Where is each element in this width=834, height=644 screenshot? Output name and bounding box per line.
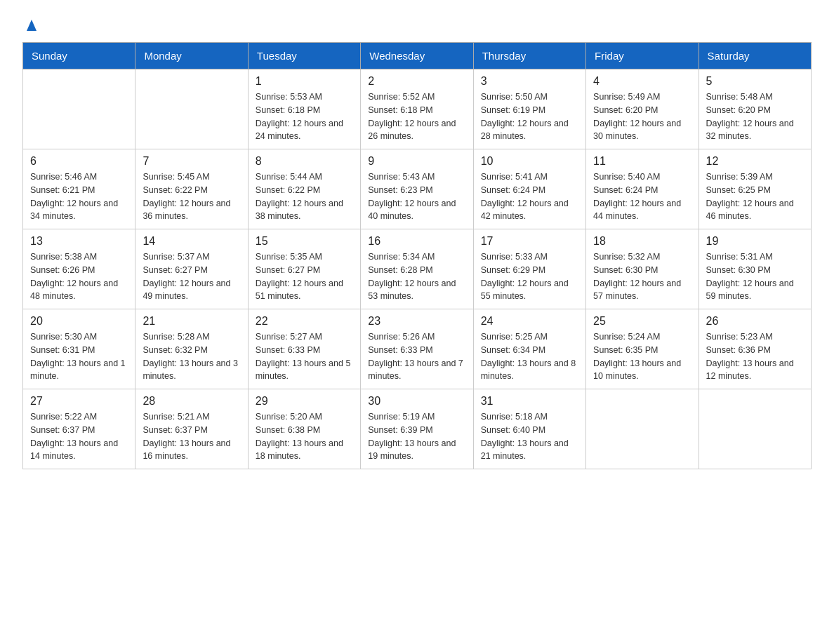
day-number: 14 [143,235,240,248]
day-info: Sunrise: 5:22 AMSunset: 6:37 PMDaylight:… [30,410,128,463]
day-number: 16 [368,235,465,248]
calendar-cell: 8Sunrise: 5:44 AMSunset: 6:22 PMDaylight… [248,149,360,229]
day-info: Sunrise: 5:35 AMSunset: 6:27 PMDaylight:… [256,250,353,303]
day-info: Sunrise: 5:33 AMSunset: 6:29 PMDaylight:… [481,250,578,303]
day-number: 29 [256,395,353,408]
day-info: Sunrise: 5:46 AMSunset: 6:21 PMDaylight:… [30,170,128,223]
calendar-cell [699,389,811,469]
calendar-cell: 29Sunrise: 5:20 AMSunset: 6:38 PMDayligh… [248,389,360,469]
day-info: Sunrise: 5:32 AMSunset: 6:30 PMDaylight:… [593,250,691,303]
day-info: Sunrise: 5:39 AMSunset: 6:25 PMDaylight:… [706,170,804,223]
col-sunday: Sunday [23,43,135,69]
day-info: Sunrise: 5:53 AMSunset: 6:18 PMDaylight:… [256,90,353,143]
day-info: Sunrise: 5:41 AMSunset: 6:24 PMDaylight:… [481,170,578,223]
calendar-cell: 7Sunrise: 5:45 AMSunset: 6:22 PMDaylight… [135,149,248,229]
col-monday: Monday [135,43,248,69]
day-info: Sunrise: 5:20 AMSunset: 6:38 PMDaylight:… [256,410,353,463]
day-number: 20 [30,315,128,328]
calendar-cell: 11Sunrise: 5:40 AMSunset: 6:24 PMDayligh… [586,149,699,229]
calendar-cell: 22Sunrise: 5:27 AMSunset: 6:33 PMDayligh… [248,309,360,389]
day-info: Sunrise: 5:50 AMSunset: 6:19 PMDaylight:… [481,90,578,143]
day-info: Sunrise: 5:48 AMSunset: 6:20 PMDaylight:… [706,90,804,143]
day-info: Sunrise: 5:40 AMSunset: 6:24 PMDaylight:… [593,170,691,223]
calendar-cell: 30Sunrise: 5:19 AMSunset: 6:39 PMDayligh… [361,389,473,469]
calendar-cell: 2Sunrise: 5:52 AMSunset: 6:18 PMDaylight… [361,69,473,149]
day-number: 27 [30,395,128,408]
calendar-cell [586,389,699,469]
calendar-cell: 12Sunrise: 5:39 AMSunset: 6:25 PMDayligh… [699,149,811,229]
calendar-cell: 26Sunrise: 5:23 AMSunset: 6:36 PMDayligh… [699,309,811,389]
day-number: 8 [256,155,353,168]
col-friday: Friday [586,43,699,69]
day-number: 9 [368,155,465,168]
day-info: Sunrise: 5:31 AMSunset: 6:30 PMDaylight:… [706,250,804,303]
calendar-cell: 3Sunrise: 5:50 AMSunset: 6:19 PMDaylight… [473,69,585,149]
calendar-cell [23,69,135,149]
day-number: 26 [706,315,804,328]
calendar-cell: 17Sunrise: 5:33 AMSunset: 6:29 PMDayligh… [473,229,585,309]
calendar-cell: 16Sunrise: 5:34 AMSunset: 6:28 PMDayligh… [361,229,473,309]
col-saturday: Saturday [699,43,811,69]
day-number: 25 [593,315,691,328]
day-number: 11 [593,155,691,168]
calendar-cell: 1Sunrise: 5:53 AMSunset: 6:18 PMDaylight… [248,69,360,149]
calendar-cell: 5Sunrise: 5:48 AMSunset: 6:20 PMDaylight… [699,69,811,149]
day-info: Sunrise: 5:30 AMSunset: 6:31 PMDaylight:… [30,330,128,383]
day-info: Sunrise: 5:27 AMSunset: 6:33 PMDaylight:… [256,330,353,383]
day-info: Sunrise: 5:37 AMSunset: 6:27 PMDaylight:… [143,250,240,303]
calendar-cell: 27Sunrise: 5:22 AMSunset: 6:37 PMDayligh… [23,389,135,469]
day-info: Sunrise: 5:24 AMSunset: 6:35 PMDaylight:… [593,330,691,383]
day-number: 12 [706,155,804,168]
day-number: 28 [143,395,240,408]
calendar-cell: 24Sunrise: 5:25 AMSunset: 6:34 PMDayligh… [473,309,585,389]
day-info: Sunrise: 5:28 AMSunset: 6:32 PMDaylight:… [143,330,240,383]
day-number: 10 [481,155,578,168]
calendar-cell: 18Sunrise: 5:32 AMSunset: 6:30 PMDayligh… [586,229,699,309]
day-number: 5 [706,75,804,88]
day-info: Sunrise: 5:43 AMSunset: 6:23 PMDaylight:… [368,170,465,223]
calendar-cell: 28Sunrise: 5:21 AMSunset: 6:37 PMDayligh… [135,389,248,469]
day-number: 22 [256,315,353,328]
day-info: Sunrise: 5:38 AMSunset: 6:26 PMDaylight:… [30,250,128,303]
day-number: 19 [706,235,804,248]
page-header [22,17,812,31]
day-number: 1 [256,75,353,88]
calendar-week-row: 1Sunrise: 5:53 AMSunset: 6:18 PMDaylight… [23,69,812,149]
calendar-cell: 21Sunrise: 5:28 AMSunset: 6:32 PMDayligh… [135,309,248,389]
calendar-week-row: 6Sunrise: 5:46 AMSunset: 6:21 PMDaylight… [23,149,812,229]
day-number: 3 [481,75,578,88]
calendar-cell: 25Sunrise: 5:24 AMSunset: 6:35 PMDayligh… [586,309,699,389]
day-info: Sunrise: 5:52 AMSunset: 6:18 PMDaylight:… [368,90,465,143]
calendar-cell: 9Sunrise: 5:43 AMSunset: 6:23 PMDaylight… [361,149,473,229]
calendar-cell: 6Sunrise: 5:46 AMSunset: 6:21 PMDaylight… [23,149,135,229]
day-number: 15 [256,235,353,248]
day-info: Sunrise: 5:34 AMSunset: 6:28 PMDaylight:… [368,250,465,303]
day-info: Sunrise: 5:18 AMSunset: 6:40 PMDaylight:… [481,410,578,463]
day-info: Sunrise: 5:44 AMSunset: 6:22 PMDaylight:… [256,170,353,223]
day-info: Sunrise: 5:26 AMSunset: 6:33 PMDaylight:… [368,330,465,383]
calendar-cell: 15Sunrise: 5:35 AMSunset: 6:27 PMDayligh… [248,229,360,309]
day-number: 4 [593,75,691,88]
day-info: Sunrise: 5:19 AMSunset: 6:39 PMDaylight:… [368,410,465,463]
day-number: 13 [30,235,128,248]
day-number: 6 [30,155,128,168]
day-number: 7 [143,155,240,168]
day-info: Sunrise: 5:23 AMSunset: 6:36 PMDaylight:… [706,330,804,383]
day-number: 24 [481,315,578,328]
logo [22,17,39,31]
day-info: Sunrise: 5:45 AMSunset: 6:22 PMDaylight:… [143,170,240,223]
calendar-cell: 10Sunrise: 5:41 AMSunset: 6:24 PMDayligh… [473,149,585,229]
calendar-cell: 31Sunrise: 5:18 AMSunset: 6:40 PMDayligh… [473,389,585,469]
calendar-cell: 23Sunrise: 5:26 AMSunset: 6:33 PMDayligh… [361,309,473,389]
col-wednesday: Wednesday [361,43,473,69]
calendar-week-row: 20Sunrise: 5:30 AMSunset: 6:31 PMDayligh… [23,309,812,389]
svg-marker-0 [27,20,37,31]
calendar-cell: 13Sunrise: 5:38 AMSunset: 6:26 PMDayligh… [23,229,135,309]
calendar-table: Sunday Monday Tuesday Wednesday Thursday… [22,42,812,469]
logo-triangle-icon [24,17,39,32]
day-number: 17 [481,235,578,248]
day-number: 21 [143,315,240,328]
day-number: 18 [593,235,691,248]
calendar-header-row: Sunday Monday Tuesday Wednesday Thursday… [23,43,812,69]
col-tuesday: Tuesday [248,43,360,69]
